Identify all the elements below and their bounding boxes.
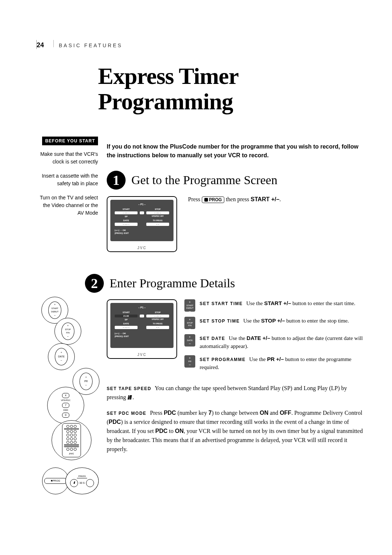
osd-date-label: DATE xyxy=(115,219,138,222)
osd2-arrow: → xyxy=(140,315,144,317)
osd2-date-val: – –.– – xyxy=(115,326,138,329)
step-1-number: 1 xyxy=(107,171,126,190)
pdc-on-1: ON xyxy=(260,410,269,416)
detail-list: +START DEBUT– SET START TIME Use the STA… xyxy=(184,299,363,377)
mini-start-icon: +START DEBUT– xyxy=(184,299,195,312)
osd-tvprog-label: TV PROG xyxy=(146,219,169,222)
tv2-brand: JVC xyxy=(107,353,176,357)
header-divider xyxy=(53,40,54,47)
start-button-label: START +/– xyxy=(251,196,279,202)
key-7: 7 xyxy=(62,403,69,408)
pdc-key-2: PDC xyxy=(109,419,121,425)
osd-arrow: → xyxy=(140,211,144,214)
runin-date: SET DATE xyxy=(200,336,225,341)
prereq-tv: Turn on the TV and select the Video chan… xyxy=(36,194,98,217)
callout-prog-button: ◼PROG xyxy=(42,467,69,494)
osd2-title: – P1 – xyxy=(115,306,169,309)
label-prog: PROG xyxy=(53,479,60,483)
callout-keypad: 4 VPS/PDC 7 0000 0 xyxy=(47,387,84,424)
callout-remote: JVC xyxy=(52,420,91,460)
osd2-start-val: 21:00 xyxy=(115,315,138,317)
osd-stop-val: – –:– – xyxy=(146,211,169,214)
lead-paragraph: If you do not know the PlusCode number f… xyxy=(107,142,363,160)
osd-foot2: [PROG]: EXIT xyxy=(115,232,169,235)
step-2-number: 2 xyxy=(85,274,104,293)
osd-start-val: – –:– – xyxy=(115,211,138,214)
remote-icon: JVC xyxy=(62,423,81,457)
prereq-cassette: Insert a cassette with the safety tab in… xyxy=(36,172,98,187)
callout-date-button: + DATE – xyxy=(48,343,75,370)
remote-brand: JVC xyxy=(69,452,74,455)
label-stop: STOP FIN xyxy=(65,328,71,335)
label-30s: 30 S xyxy=(79,481,85,485)
key-oooo-label: 0000 xyxy=(63,409,68,412)
runin-stop: SET STOP TIME xyxy=(200,319,240,324)
pdc-key-1: PDC xyxy=(164,410,176,416)
tv-brand: JVC xyxy=(107,246,176,250)
mini-stop-icon: +STOP FIN– xyxy=(184,317,195,329)
callout-speed-button: PRESS I/II 30 S xyxy=(65,467,99,494)
mini-pr-icon: +PR– xyxy=(184,355,195,368)
btn-date-pm: DATE +/– xyxy=(246,335,270,341)
key-4: 4 xyxy=(62,393,69,398)
osd2-sp: SP xyxy=(115,318,138,321)
prereq-clock: Make sure that the VCR's clock is set co… xyxy=(36,150,98,166)
pdc-mode-paragraph: SET PDC MODE Press PDC (number key 7) to… xyxy=(107,409,363,454)
osd2-date-label: DATE xyxy=(115,322,138,325)
label-pr: PR xyxy=(84,380,88,384)
tv-screen-1: – P1 – STARTSTOP – –:– –→– –:– – SPVPS/P… xyxy=(107,196,177,252)
osd-date-val: – –.– – xyxy=(115,223,138,226)
key-vps-label: VPS/PDC xyxy=(61,399,70,402)
osd-sp: SP xyxy=(115,215,138,218)
mini-date-icon: +DATE– xyxy=(184,334,195,347)
step-1-heading: 1 Get to the Programme Screen xyxy=(107,171,363,190)
page-header: 24 BASIC FEATURES xyxy=(36,40,363,49)
label-press: PRESS xyxy=(77,475,87,478)
before-you-start-badge: BEFORE YOU START xyxy=(42,137,98,145)
osd2-vps: VPS/PDC OFF xyxy=(146,318,169,321)
remote-illustrations: + START DEBUT – + STOP FIN – + DATE xyxy=(36,297,98,500)
pdc-key-3: PDC xyxy=(155,428,168,434)
osd2-foot1: [+/–] → OK xyxy=(115,332,169,335)
osd-title: – P1 – xyxy=(115,203,169,206)
page-title: Express Timer Programming xyxy=(98,64,363,115)
before-you-start-column: BEFORE YOU START Make sure that the VCR'… xyxy=(36,137,98,500)
detail-pr: +PR– SET PROGRAMME Use the PR +/– button… xyxy=(184,355,363,372)
osd-foot1: [+/–] → OK xyxy=(115,229,169,232)
tv-screen-2: – P1 – STARTSTOP 21:00→– –:– – SPVPS/PDC… xyxy=(107,299,177,359)
step-1-title: Get to the Programme Screen xyxy=(131,173,277,187)
btn-pr-pm: PR +/– xyxy=(267,356,284,362)
callout-stop-button: + STOP FIN – xyxy=(54,318,81,345)
osd2-foot2: [PROG]: EXIT xyxy=(115,335,169,338)
key-7-label: 7 xyxy=(208,410,212,416)
osd2-stop-label: STOP xyxy=(146,311,169,314)
step-1-instruction: Press PROG then press START +/–. xyxy=(188,196,281,252)
btn-stop-pm: STOP +/– xyxy=(261,317,285,324)
osd2-stop-val: – –:– – xyxy=(146,315,169,317)
label-date: DATE xyxy=(58,355,65,359)
runin-start: SET START TIME xyxy=(200,301,243,306)
runin-pr: SET PROGRAMME xyxy=(200,357,246,362)
page-number: 24 xyxy=(37,41,48,49)
pdc-off: OFF xyxy=(280,410,291,416)
key-0: 0 xyxy=(62,413,69,418)
osd-prog-val: – – xyxy=(146,223,169,226)
detail-start: +START DEBUT– SET START TIME Use the STA… xyxy=(184,299,363,312)
osd2-prog-val: – – xyxy=(146,326,169,329)
step-2-heading: 2 Enter Programme Details xyxy=(85,274,363,293)
btn-start-pm: START +/– xyxy=(264,300,291,306)
osd-vps: VPS/PDC OFF xyxy=(146,215,169,218)
osd2-start-label: START xyxy=(115,311,138,314)
section-name: BASIC FEATURES xyxy=(59,42,123,48)
osd-stop-label: STOP xyxy=(146,208,169,211)
detail-date: +DATE– SET DATE Use the DATE +/– button … xyxy=(184,334,363,351)
runin-pdc: SET PDC MODE xyxy=(107,411,146,416)
detail-stop: +STOP FIN– SET STOP TIME Use the STOP +/… xyxy=(184,317,363,329)
label-start: START DEBUT xyxy=(51,307,58,313)
tape-speed-paragraph: SET TAPE SPEED You can change the tape s… xyxy=(107,384,363,402)
pdc-on-2: ON xyxy=(175,428,184,434)
osd-start-label: START xyxy=(115,208,138,211)
step-2-title: Enter Programme Details xyxy=(110,276,235,290)
osd2-tvprog-label: TV PROG xyxy=(146,322,169,325)
runin-tape: SET TAPE SPEED xyxy=(107,386,151,391)
